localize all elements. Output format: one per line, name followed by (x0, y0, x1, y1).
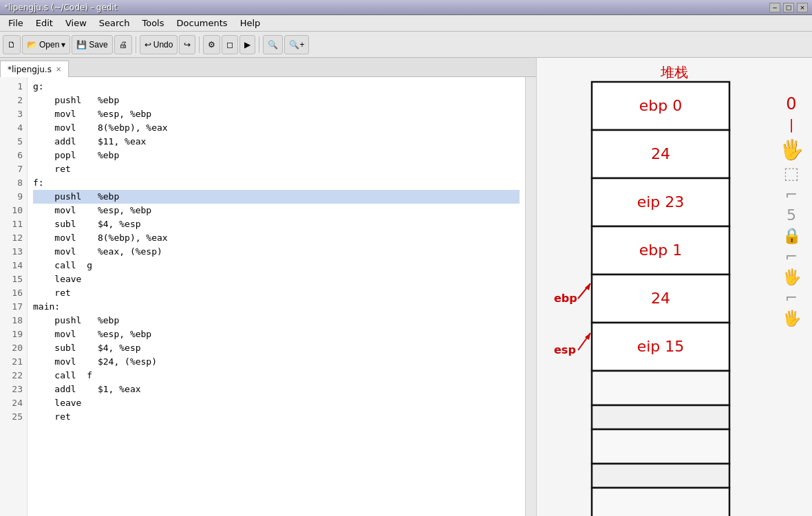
redo-button[interactable]: ↪ (179, 35, 195, 54)
undo-button[interactable]: ↩ Undo (140, 35, 178, 54)
menu-item-file[interactable]: File (3, 17, 29, 30)
code-line-23[interactable]: addl $1, %eax (33, 383, 520, 396)
code-line-25[interactable]: ret (33, 410, 520, 424)
editor-panel: *lipengju.s × 12345678910111213141516171… (0, 58, 537, 516)
window-controls: − □ × (769, 3, 808, 12)
main-area: *lipengju.s × 12345678910111213141516171… (0, 58, 812, 516)
svg-text:24: 24 (651, 145, 670, 162)
svg-rect-19 (592, 371, 729, 405)
line-number-11: 11 (0, 217, 27, 231)
line-number-16: 16 (0, 286, 27, 300)
separator-2 (199, 36, 200, 53)
svg-rect-10 (592, 226, 729, 275)
maximize-button[interactable]: □ (783, 3, 794, 12)
print-button[interactable]: 🖨 (114, 35, 132, 54)
code-line-13[interactable]: movl %eax, (%esp) (33, 245, 520, 259)
open-button[interactable]: 📂 Open ▾ (22, 35, 70, 54)
code-line-18[interactable]: pushl %ebp (33, 314, 520, 327)
file-tab[interactable]: *lipengju.s × (0, 61, 69, 77)
separator-3 (259, 36, 259, 53)
svg-rect-23 (592, 488, 729, 516)
code-line-9[interactable]: pushl %ebp (33, 190, 520, 204)
code-line-16[interactable]: ret (33, 286, 520, 300)
menu-item-help[interactable]: Help (235, 17, 266, 30)
icon-1: | (789, 118, 794, 131)
svg-rect-12 (592, 275, 729, 323)
code-line-3[interactable]: movl %esp, %ebp (33, 107, 520, 121)
code-line-19[interactable]: movl %esp, %ebp (33, 327, 520, 341)
code-line-14[interactable]: call g (33, 259, 520, 272)
code-line-10[interactable]: movl %esp, %ebp (33, 204, 520, 217)
svg-text:eip 15: eip 15 (637, 338, 685, 355)
code-line-1[interactable]: g: (33, 80, 520, 94)
line-number-19: 19 (0, 327, 27, 341)
menu-item-documents[interactable]: Documents (171, 17, 233, 30)
menu-bar: FileEditViewSearchToolsDocumentsHelp (0, 15, 812, 32)
line-number-3: 3 (0, 107, 27, 121)
menu-item-view[interactable]: View (60, 17, 92, 30)
save-button[interactable]: 💾 Save (72, 35, 112, 54)
icon-5: 5 (787, 208, 796, 223)
code-line-5[interactable]: addl $11, %eax (33, 135, 520, 149)
line-number-20: 20 (0, 341, 27, 355)
step-button[interactable]: ▶ (239, 35, 255, 54)
code-line-21[interactable]: movl $24, (%esp) (33, 355, 520, 369)
scrollbar[interactable] (525, 77, 536, 516)
search-button[interactable]: 🔍 (263, 35, 283, 54)
new-button[interactable]: 🗋 (3, 35, 21, 54)
svg-text:ebp 0: ebp 0 (639, 97, 682, 114)
line-number-5: 5 (0, 135, 27, 149)
svg-rect-17 (592, 323, 729, 371)
stop-button[interactable]: ◻ (222, 35, 238, 54)
code-line-8[interactable]: f: (33, 176, 520, 190)
code-line-22[interactable]: call f (33, 369, 520, 383)
menu-item-tools[interactable]: Tools (136, 17, 169, 30)
code-line-7[interactable]: ret (33, 162, 520, 176)
icon-6: 🔒 (782, 228, 801, 244)
line-number-6: 6 (0, 149, 27, 162)
line-numbers: 1234567891011121314151617181920212223242… (0, 77, 28, 516)
line-number-10: 10 (0, 204, 27, 217)
code-content[interactable]: g: pushl %ebp movl %esp, %ebp movl 8(%eb… (28, 77, 525, 516)
code-line-6[interactable]: popl %ebp (33, 149, 520, 162)
icon-4: ⌐ (785, 187, 798, 202)
code-line-12[interactable]: movl 8(%ebp), %eax (33, 231, 520, 245)
svg-text:24: 24 (651, 290, 670, 307)
icon-10: 🖐 (782, 311, 801, 326)
code-line-24[interactable]: leave (33, 396, 520, 410)
svg-rect-0 (592, 82, 729, 130)
replace-button[interactable]: 🔍+ (284, 35, 309, 54)
line-number-21: 21 (0, 355, 27, 369)
icons-panel: 0 | 🖐 ⬚ ⌐ 5 🔒 ⌐ 🖐 ⌐ 🖐 (771, 92, 812, 326)
close-button[interactable]: × (797, 3, 808, 12)
run-button[interactable]: ⚙ (203, 35, 220, 54)
code-line-20[interactable]: subl $4, %esp (33, 341, 520, 355)
svg-text:ebp: ebp (554, 292, 577, 305)
icon-0: 0 (786, 96, 796, 112)
code-line-17[interactable]: main: (33, 300, 520, 314)
line-number-15: 15 (0, 272, 27, 286)
code-line-2[interactable]: pushl %ebp (33, 94, 520, 107)
line-number-23: 23 (0, 383, 27, 396)
toolbar: 🗋 📂 Open ▾ 💾 Save 🖨 ↩ Undo ↪ ⚙ ◻ ▶ 🔍 🔍+ (0, 32, 812, 58)
svg-text:eip 23: eip 23 (637, 193, 685, 211)
icon-2: 🖐 (780, 140, 804, 160)
line-number-12: 12 (0, 231, 27, 245)
svg-text:ebp 1: ebp 1 (639, 241, 682, 259)
line-number-17: 17 (0, 300, 27, 314)
code-line-4[interactable]: movl 8(%ebp), %eax (33, 121, 520, 135)
tab-close-button[interactable]: × (56, 65, 61, 73)
code-editor[interactable]: 1234567891011121314151617181920212223242… (0, 77, 536, 516)
stack-panel: 堆栈 ebp 0 24 eip 23 ebp ebp 1 24 esp (537, 58, 812, 516)
svg-rect-5 (592, 178, 729, 226)
menu-item-edit[interactable]: Edit (30, 17, 58, 30)
icon-7: ⌐ (785, 249, 798, 264)
code-line-11[interactable]: subl $4, %esp (33, 217, 520, 231)
tab-label: *lipengju.s (8, 65, 52, 74)
code-line-15[interactable]: leave (33, 272, 520, 286)
menu-item-search[interactable]: Search (94, 17, 136, 30)
icon-3: ⬚ (784, 165, 800, 182)
line-number-9: 9 (0, 190, 27, 204)
stack-title: 堆栈 (537, 58, 812, 85)
minimize-button[interactable]: − (769, 3, 780, 12)
